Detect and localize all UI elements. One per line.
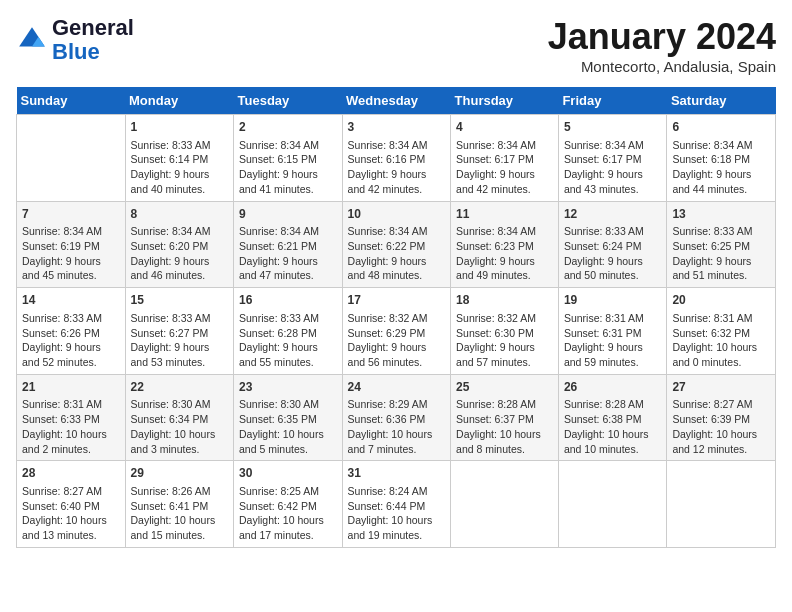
day-number: 17 [348, 292, 446, 309]
weekday-header: Wednesday [342, 87, 451, 115]
calendar-cell: 22Sunrise: 8:30 AMSunset: 6:34 PMDayligh… [125, 374, 234, 461]
calendar-cell: 11Sunrise: 8:34 AMSunset: 6:23 PMDayligh… [451, 201, 559, 288]
calendar-cell: 27Sunrise: 8:27 AMSunset: 6:39 PMDayligh… [667, 374, 776, 461]
day-detail: Sunrise: 8:34 AMSunset: 6:18 PMDaylight:… [672, 138, 770, 197]
calendar-cell: 24Sunrise: 8:29 AMSunset: 6:36 PMDayligh… [342, 374, 451, 461]
weekday-header: Tuesday [234, 87, 343, 115]
day-detail: Sunrise: 8:34 AMSunset: 6:20 PMDaylight:… [131, 224, 229, 283]
day-detail: Sunrise: 8:34 AMSunset: 6:22 PMDaylight:… [348, 224, 446, 283]
day-detail: Sunrise: 8:34 AMSunset: 6:21 PMDaylight:… [239, 224, 337, 283]
day-number: 1 [131, 119, 229, 136]
day-number: 23 [239, 379, 337, 396]
calendar-cell: 29Sunrise: 8:26 AMSunset: 6:41 PMDayligh… [125, 461, 234, 548]
weekday-header: Friday [558, 87, 667, 115]
day-number: 22 [131, 379, 229, 396]
calendar-cell: 3Sunrise: 8:34 AMSunset: 6:16 PMDaylight… [342, 115, 451, 202]
day-detail: Sunrise: 8:28 AMSunset: 6:38 PMDaylight:… [564, 397, 662, 456]
day-number: 24 [348, 379, 446, 396]
day-number: 30 [239, 465, 337, 482]
weekday-header: Thursday [451, 87, 559, 115]
day-detail: Sunrise: 8:34 AMSunset: 6:23 PMDaylight:… [456, 224, 553, 283]
calendar-cell: 9Sunrise: 8:34 AMSunset: 6:21 PMDaylight… [234, 201, 343, 288]
day-number: 12 [564, 206, 662, 223]
calendar-cell: 28Sunrise: 8:27 AMSunset: 6:40 PMDayligh… [17, 461, 126, 548]
day-number: 14 [22, 292, 120, 309]
day-number: 16 [239, 292, 337, 309]
day-detail: Sunrise: 8:26 AMSunset: 6:41 PMDaylight:… [131, 484, 229, 543]
weekday-header: Saturday [667, 87, 776, 115]
day-number: 18 [456, 292, 553, 309]
day-detail: Sunrise: 8:33 AMSunset: 6:28 PMDaylight:… [239, 311, 337, 370]
calendar-cell [17, 115, 126, 202]
calendar-cell: 26Sunrise: 8:28 AMSunset: 6:38 PMDayligh… [558, 374, 667, 461]
day-detail: Sunrise: 8:33 AMSunset: 6:27 PMDaylight:… [131, 311, 229, 370]
weekday-header: Sunday [17, 87, 126, 115]
day-number: 4 [456, 119, 553, 136]
calendar-cell: 15Sunrise: 8:33 AMSunset: 6:27 PMDayligh… [125, 288, 234, 375]
page-header: General Blue January 2024 Montecorto, An… [16, 16, 776, 75]
calendar-cell: 17Sunrise: 8:32 AMSunset: 6:29 PMDayligh… [342, 288, 451, 375]
day-detail: Sunrise: 8:29 AMSunset: 6:36 PMDaylight:… [348, 397, 446, 456]
day-detail: Sunrise: 8:30 AMSunset: 6:35 PMDaylight:… [239, 397, 337, 456]
day-number: 2 [239, 119, 337, 136]
day-number: 25 [456, 379, 553, 396]
calendar-table: SundayMondayTuesdayWednesdayThursdayFrid… [16, 87, 776, 548]
calendar-body: 1Sunrise: 8:33 AMSunset: 6:14 PMDaylight… [17, 115, 776, 548]
calendar-cell: 31Sunrise: 8:24 AMSunset: 6:44 PMDayligh… [342, 461, 451, 548]
calendar-cell: 12Sunrise: 8:33 AMSunset: 6:24 PMDayligh… [558, 201, 667, 288]
logo-text: General Blue [52, 16, 134, 64]
calendar-cell: 7Sunrise: 8:34 AMSunset: 6:19 PMDaylight… [17, 201, 126, 288]
day-number: 28 [22, 465, 120, 482]
calendar-cell: 5Sunrise: 8:34 AMSunset: 6:17 PMDaylight… [558, 115, 667, 202]
calendar-cell: 30Sunrise: 8:25 AMSunset: 6:42 PMDayligh… [234, 461, 343, 548]
day-detail: Sunrise: 8:24 AMSunset: 6:44 PMDaylight:… [348, 484, 446, 543]
calendar-week-row: 14Sunrise: 8:33 AMSunset: 6:26 PMDayligh… [17, 288, 776, 375]
day-detail: Sunrise: 8:32 AMSunset: 6:30 PMDaylight:… [456, 311, 553, 370]
calendar-week-row: 21Sunrise: 8:31 AMSunset: 6:33 PMDayligh… [17, 374, 776, 461]
day-detail: Sunrise: 8:27 AMSunset: 6:40 PMDaylight:… [22, 484, 120, 543]
day-detail: Sunrise: 8:25 AMSunset: 6:42 PMDaylight:… [239, 484, 337, 543]
calendar-cell: 6Sunrise: 8:34 AMSunset: 6:18 PMDaylight… [667, 115, 776, 202]
calendar-week-row: 1Sunrise: 8:33 AMSunset: 6:14 PMDaylight… [17, 115, 776, 202]
calendar-cell: 21Sunrise: 8:31 AMSunset: 6:33 PMDayligh… [17, 374, 126, 461]
weekday-header: Monday [125, 87, 234, 115]
calendar-cell: 18Sunrise: 8:32 AMSunset: 6:30 PMDayligh… [451, 288, 559, 375]
day-number: 6 [672, 119, 770, 136]
calendar-cell: 13Sunrise: 8:33 AMSunset: 6:25 PMDayligh… [667, 201, 776, 288]
calendar-cell [558, 461, 667, 548]
day-number: 21 [22, 379, 120, 396]
calendar-cell: 1Sunrise: 8:33 AMSunset: 6:14 PMDaylight… [125, 115, 234, 202]
calendar-cell [667, 461, 776, 548]
day-number: 26 [564, 379, 662, 396]
day-detail: Sunrise: 8:34 AMSunset: 6:19 PMDaylight:… [22, 224, 120, 283]
day-number: 9 [239, 206, 337, 223]
day-detail: Sunrise: 8:33 AMSunset: 6:24 PMDaylight:… [564, 224, 662, 283]
day-detail: Sunrise: 8:28 AMSunset: 6:37 PMDaylight:… [456, 397, 553, 456]
day-detail: Sunrise: 8:31 AMSunset: 6:31 PMDaylight:… [564, 311, 662, 370]
day-detail: Sunrise: 8:34 AMSunset: 6:17 PMDaylight:… [456, 138, 553, 197]
day-number: 11 [456, 206, 553, 223]
calendar-cell: 20Sunrise: 8:31 AMSunset: 6:32 PMDayligh… [667, 288, 776, 375]
day-detail: Sunrise: 8:34 AMSunset: 6:15 PMDaylight:… [239, 138, 337, 197]
calendar-cell: 23Sunrise: 8:30 AMSunset: 6:35 PMDayligh… [234, 374, 343, 461]
calendar-cell: 14Sunrise: 8:33 AMSunset: 6:26 PMDayligh… [17, 288, 126, 375]
day-number: 7 [22, 206, 120, 223]
month-title: January 2024 [548, 16, 776, 58]
calendar-cell: 8Sunrise: 8:34 AMSunset: 6:20 PMDaylight… [125, 201, 234, 288]
day-detail: Sunrise: 8:34 AMSunset: 6:16 PMDaylight:… [348, 138, 446, 197]
calendar-cell: 10Sunrise: 8:34 AMSunset: 6:22 PMDayligh… [342, 201, 451, 288]
day-number: 15 [131, 292, 229, 309]
day-number: 8 [131, 206, 229, 223]
day-detail: Sunrise: 8:33 AMSunset: 6:25 PMDaylight:… [672, 224, 770, 283]
day-number: 5 [564, 119, 662, 136]
day-detail: Sunrise: 8:32 AMSunset: 6:29 PMDaylight:… [348, 311, 446, 370]
day-detail: Sunrise: 8:31 AMSunset: 6:33 PMDaylight:… [22, 397, 120, 456]
calendar-cell: 16Sunrise: 8:33 AMSunset: 6:28 PMDayligh… [234, 288, 343, 375]
logo-icon [16, 24, 48, 56]
day-detail: Sunrise: 8:30 AMSunset: 6:34 PMDaylight:… [131, 397, 229, 456]
calendar-header: SundayMondayTuesdayWednesdayThursdayFrid… [17, 87, 776, 115]
day-detail: Sunrise: 8:31 AMSunset: 6:32 PMDaylight:… [672, 311, 770, 370]
calendar-cell: 4Sunrise: 8:34 AMSunset: 6:17 PMDaylight… [451, 115, 559, 202]
location: Montecorto, Andalusia, Spain [548, 58, 776, 75]
day-detail: Sunrise: 8:33 AMSunset: 6:26 PMDaylight:… [22, 311, 120, 370]
